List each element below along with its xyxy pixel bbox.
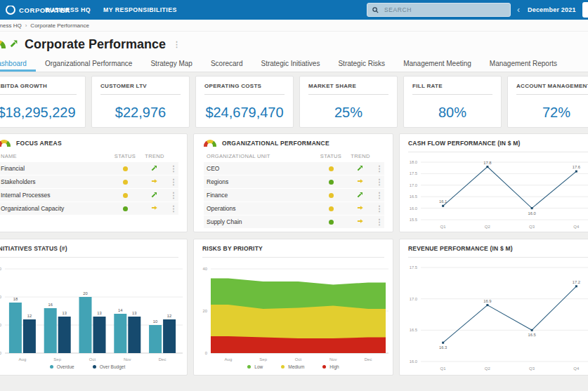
- search-input[interactable]: [383, 6, 505, 14]
- table-row[interactable]: Supply Chain⋮: [204, 216, 384, 228]
- gauge-icon: [0, 140, 11, 147]
- org-performance-header: ORGANIZATIONAL PERFORMANCE: [204, 140, 384, 147]
- trend-right-icon: [141, 204, 169, 213]
- kpi-card-market-share[interactable]: MARKET SHARE25%: [299, 76, 398, 128]
- period-label: December 2021: [528, 6, 576, 13]
- row-name: Regions: [204, 178, 315, 185]
- breadcrumb: Business HQ›Corporate Performance: [0, 20, 588, 32]
- kpi-card-operating-costs[interactable]: OPERATING COSTS$24,679,470: [195, 76, 294, 128]
- trend-up-icon: [346, 164, 374, 173]
- status-cell: [110, 205, 141, 212]
- column-header: STATUS: [315, 153, 346, 159]
- row-name: Supply Chain: [204, 218, 315, 225]
- svg-text:17.5: 17.5: [410, 265, 417, 270]
- svg-text:16.0: 16.0: [410, 359, 417, 364]
- status-dot-green: [329, 180, 334, 185]
- kpi-row: EBITDA GROWTH$18,295,229CUSTOMER LTV$22,…: [0, 76, 588, 128]
- legend-item-low[interactable]: Low: [247, 364, 263, 369]
- tab-organizational-performance[interactable]: Organizational Performance: [36, 57, 142, 72]
- tab-dashboard[interactable]: Dashboard: [0, 57, 36, 72]
- legend-label: High: [329, 364, 339, 369]
- svg-text:16.5: 16.5: [410, 328, 417, 332]
- kpi-label: CUSTOMER LTV: [100, 83, 181, 89]
- gauge-icon: [0, 40, 6, 48]
- tab-strategic-initiatives[interactable]: Strategic Initiatives: [252, 57, 329, 72]
- kpi-label: MARKET SHARE: [308, 83, 388, 89]
- row-menu-icon[interactable]: ⋮: [169, 205, 178, 213]
- tab-management-reports[interactable]: Management Reports: [481, 57, 566, 72]
- kpi-label: OPERATING COSTS: [204, 83, 285, 89]
- legend-label: Medium: [288, 364, 304, 369]
- table-row[interactable]: Financial⋮: [0, 162, 178, 175]
- legend-dot: [93, 365, 96, 369]
- svg-text:Q4: Q4: [573, 366, 580, 371]
- row-menu-icon[interactable]: ⋮: [374, 178, 384, 186]
- chevron-left-icon[interactable]: ‹: [517, 6, 520, 14]
- legend-item-overdue[interactable]: Overdue: [50, 364, 74, 369]
- status-dot-yellow: [329, 166, 334, 171]
- revenue-performance-title: REVENUE PERFORMANCE (IN $ M): [400, 245, 588, 252]
- kpi-card-account-management[interactable]: ACCOUNT MANAGEMENT72%: [507, 76, 588, 128]
- risks-by-priority-panel: RISKS BY PRIORITY 02040AugSepOctNovDecLo…: [193, 239, 393, 376]
- table-row[interactable]: Regions⋮: [204, 175, 384, 188]
- tab-scorecard[interactable]: Scorecard: [202, 57, 252, 72]
- cash-flow-title: CASH FLOW PERFORMANCE (IN $ M): [400, 140, 588, 147]
- divider: [0, 257, 178, 258]
- row-menu-icon[interactable]: ⋮: [169, 178, 178, 186]
- kpi-card-ebitda-growth[interactable]: EBITDA GROWTH$18,295,229: [0, 76, 86, 128]
- kpi-card-customer-ltv[interactable]: CUSTOMER LTV$22,976: [91, 76, 190, 128]
- svg-text:17.5: 17.5: [410, 171, 417, 175]
- table-column-headers: NAMESTATUSTREND: [0, 152, 178, 162]
- kpi-value: 72%: [516, 105, 588, 121]
- row-menu-icon[interactable]: ⋮: [374, 205, 384, 213]
- column-header: STATUS: [110, 153, 141, 159]
- svg-text:Q2: Q2: [485, 366, 491, 371]
- page-title: Corporate Performance: [25, 37, 166, 52]
- tab-strategy-map[interactable]: Strategy Map: [141, 57, 201, 72]
- svg-text:15.5: 15.5: [410, 218, 417, 222]
- divider: [408, 257, 588, 258]
- kpi-value: $24,679,470: [204, 105, 285, 121]
- focus-areas-title: FOCUS AREAS: [16, 140, 62, 147]
- row-menu-icon[interactable]: ⋮: [374, 218, 384, 226]
- table-row[interactable]: CEO⋮: [204, 162, 384, 175]
- legend-item-medium[interactable]: Medium: [281, 364, 304, 369]
- breadcrumb-item[interactable]: Business HQ: [0, 22, 22, 29]
- top-nav-item-business-hq[interactable]: BUSINESS HQ: [45, 6, 91, 13]
- corporater-logo-icon: [6, 5, 15, 15]
- legend-item-high[interactable]: High: [322, 364, 339, 369]
- row-menu-icon[interactable]: ⋮: [374, 165, 384, 173]
- page-menu-icon[interactable]: ⋮: [173, 41, 181, 48]
- svg-text:0: 0: [205, 351, 207, 355]
- org-performance-panel: ORGANIZATIONAL PERFORMANCE ORGANIZATIONA…: [193, 133, 393, 232]
- search-box[interactable]: [367, 3, 511, 17]
- row-menu-icon[interactable]: ⋮: [169, 192, 178, 199]
- table-row[interactable]: Internal Processes⋮: [0, 189, 178, 201]
- svg-text:30: 30: [0, 267, 1, 271]
- kpi-card-fill-rate[interactable]: FILL RATE80%: [403, 76, 502, 128]
- svg-text:Oct: Oct: [89, 357, 96, 362]
- legend-dot: [247, 365, 251, 369]
- svg-text:Q4: Q4: [573, 225, 580, 229]
- row-name: CEO: [204, 165, 315, 172]
- row-name: Finance: [204, 192, 315, 199]
- table-row[interactable]: Stakeholders⋮: [0, 175, 178, 188]
- table-row[interactable]: Operations⋮: [204, 202, 384, 215]
- row-menu-icon[interactable]: ⋮: [374, 192, 384, 199]
- divider: [204, 94, 285, 95]
- row-menu-icon[interactable]: ⋮: [169, 165, 178, 173]
- risks-by-priority-chart: 02040AugSepOctNovDecLowMediumHigh: [194, 259, 393, 371]
- gauge-icon: [204, 140, 216, 147]
- row-name: Internal Processes: [0, 192, 110, 199]
- svg-text:Q3: Q3: [529, 366, 535, 371]
- table-row[interactable]: Finance⋮: [204, 189, 384, 201]
- tab-management-meeting[interactable]: Management Meeting: [394, 57, 481, 72]
- table-row[interactable]: Organizational Capacity⋮: [0, 202, 178, 215]
- row-name: Organizational Capacity: [0, 205, 110, 212]
- tab-strategic-risks[interactable]: Strategic Risks: [329, 57, 394, 72]
- column-header: ORGANIZATIONAL UNIT: [204, 153, 315, 159]
- legend-item-over-budget[interactable]: Over Budget: [93, 364, 126, 369]
- divider: [308, 94, 388, 95]
- top-nav-item-my-responsibilities[interactable]: MY RESPONSIBILITIES: [103, 6, 177, 13]
- topbar-right-button[interactable]: [582, 2, 588, 18]
